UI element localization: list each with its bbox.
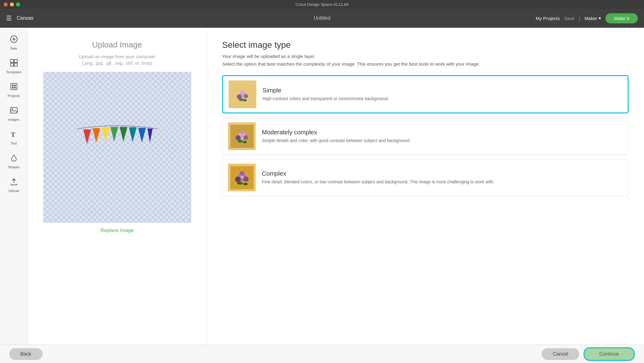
shapes-icon bbox=[10, 154, 18, 164]
svg-point-39 bbox=[234, 169, 236, 171]
close-button[interactable] bbox=[4, 2, 8, 6]
select-panel-subtitle: Your image will be uploaded as a single … bbox=[222, 54, 629, 59]
svg-point-43 bbox=[232, 175, 234, 177]
topnav-right: My Projects Save | Maker ▾ Make It bbox=[536, 13, 638, 23]
svg-rect-8 bbox=[12, 85, 14, 86]
svg-point-49 bbox=[237, 182, 243, 184]
sidebar-new-label: New bbox=[10, 47, 17, 50]
simple-card-title: Simple bbox=[262, 87, 622, 94]
select-panel: Select image type Your image will be upl… bbox=[207, 28, 644, 345]
sidebar-item-projects[interactable]: Projects bbox=[0, 78, 27, 102]
new-icon bbox=[10, 35, 18, 45]
simple-thumbnail bbox=[229, 80, 256, 108]
save-button[interactable]: Save bbox=[564, 16, 575, 21]
maker-label: Maker bbox=[584, 16, 597, 21]
image-type-simple[interactable]: Simple High-contrast colors and transpar… bbox=[222, 75, 629, 113]
sidebar-images-label: Images bbox=[8, 118, 19, 121]
select-panel-title: Select image type bbox=[222, 40, 629, 50]
sidebar-projects-label: Projects bbox=[8, 94, 20, 98]
canvas-label: Canvas bbox=[17, 15, 33, 21]
my-projects-button[interactable]: My Projects bbox=[536, 16, 560, 21]
images-icon bbox=[10, 106, 18, 116]
svg-rect-9 bbox=[14, 85, 16, 86]
sidebar-item-images[interactable]: Images bbox=[0, 102, 27, 126]
svg-point-51 bbox=[240, 175, 243, 178]
upload-panel: Upload Image Upload an image from your c… bbox=[28, 28, 207, 345]
topnav: ☰ Canvas Untitled My Projects Save | Mak… bbox=[0, 9, 644, 28]
svg-rect-5 bbox=[10, 63, 14, 66]
image-type-moderately-complex[interactable]: Moderately complex Simple details and co… bbox=[222, 118, 629, 155]
continue-button[interactable]: Continue bbox=[584, 347, 635, 361]
svg-point-42 bbox=[248, 171, 250, 173]
sidebar-item-shapes[interactable]: Shapes bbox=[0, 149, 27, 173]
replace-image-link[interactable]: Replace Image bbox=[101, 228, 134, 233]
svg-point-36 bbox=[243, 141, 247, 143]
simple-card-info: Simple High-contrast colors and transpar… bbox=[262, 87, 622, 102]
svg-rect-6 bbox=[14, 63, 17, 66]
svg-point-28 bbox=[239, 98, 243, 101]
chevron-down-icon: ▾ bbox=[599, 15, 601, 21]
hamburger-icon[interactable]: ☰ bbox=[6, 14, 12, 22]
sidebar-shapes-label: Shapes bbox=[8, 165, 19, 169]
svg-point-41 bbox=[244, 169, 246, 170]
minimize-button[interactable] bbox=[10, 2, 14, 6]
svg-marker-19 bbox=[120, 127, 127, 142]
svg-point-33 bbox=[235, 135, 241, 140]
svg-point-32 bbox=[240, 130, 244, 134]
sidebar-item-upload[interactable]: Upload bbox=[0, 173, 27, 197]
maker-button[interactable]: Maker ▾ bbox=[584, 15, 601, 21]
svg-rect-11 bbox=[14, 87, 16, 88]
svg-point-47 bbox=[235, 176, 241, 182]
svg-text:T: T bbox=[11, 131, 15, 138]
traffic-lights bbox=[4, 2, 20, 6]
sidebar-item-text[interactable]: T Text bbox=[0, 126, 27, 149]
sidebar-text-label: Text bbox=[10, 141, 17, 145]
svg-rect-7 bbox=[11, 84, 17, 90]
back-button[interactable]: Back bbox=[9, 348, 43, 360]
svg-point-40 bbox=[238, 168, 240, 170]
maximize-button[interactable] bbox=[16, 2, 20, 6]
complex-card-info: Complex Fine detail, blended colors, or … bbox=[262, 170, 623, 185]
svg-marker-16 bbox=[93, 128, 100, 143]
complex-card-title: Complex bbox=[262, 170, 623, 177]
upload-formats: (.png, .jpg, .gif, .svg, .dxf, or .bmp) bbox=[82, 60, 152, 66]
moderately-complex-card-info: Moderately complex Simple details and co… bbox=[262, 129, 623, 144]
sidebar-item-templates[interactable]: Templates bbox=[0, 55, 27, 78]
main-layout: New Templates bbox=[0, 28, 644, 345]
sidebar: New Templates bbox=[0, 28, 28, 345]
svg-rect-12 bbox=[10, 108, 17, 113]
sidebar-item-new[interactable]: New bbox=[0, 31, 27, 55]
make-it-button[interactable]: Make It bbox=[605, 13, 638, 23]
svg-point-46 bbox=[240, 171, 244, 175]
upload-title: Upload Image bbox=[92, 40, 142, 50]
svg-marker-20 bbox=[129, 127, 137, 142]
simple-card-desc: High-contrast colors and transparent or … bbox=[262, 96, 622, 102]
bottom-right: Cancel Continue bbox=[542, 347, 635, 361]
svg-rect-10 bbox=[12, 87, 14, 88]
topnav-left: ☰ Canvas bbox=[6, 14, 33, 22]
projects-icon bbox=[10, 83, 18, 92]
svg-marker-22 bbox=[147, 128, 153, 143]
svg-point-44 bbox=[250, 177, 251, 178]
sidebar-upload-label: Upload bbox=[8, 189, 19, 193]
preview-inner bbox=[43, 72, 191, 223]
cancel-button[interactable]: Cancel bbox=[542, 348, 579, 360]
svg-point-37 bbox=[241, 134, 243, 137]
image-type-complex[interactable]: Complex Fine detail, blended colors, or … bbox=[222, 159, 629, 196]
svg-rect-4 bbox=[14, 59, 17, 63]
select-panel-description: Select the option that best matches the … bbox=[222, 61, 629, 67]
complex-card-desc: Fine detail, blended colors, or low cont… bbox=[262, 179, 623, 185]
image-preview bbox=[43, 72, 191, 223]
document-title[interactable]: Untitled bbox=[314, 15, 330, 21]
titlebar: Cricut Design Space v5.12.84 bbox=[0, 0, 644, 9]
svg-point-34 bbox=[243, 135, 248, 140]
templates-icon bbox=[10, 59, 18, 69]
app-title: Cricut Design Space v5.12.84 bbox=[295, 2, 349, 7]
svg-point-29 bbox=[243, 99, 246, 101]
moderately-complex-thumbnail bbox=[228, 122, 256, 150]
svg-marker-18 bbox=[110, 127, 118, 142]
svg-marker-15 bbox=[83, 129, 91, 144]
svg-point-50 bbox=[243, 183, 248, 185]
svg-rect-3 bbox=[10, 59, 14, 63]
sidebar-templates-label: Templates bbox=[6, 70, 21, 74]
